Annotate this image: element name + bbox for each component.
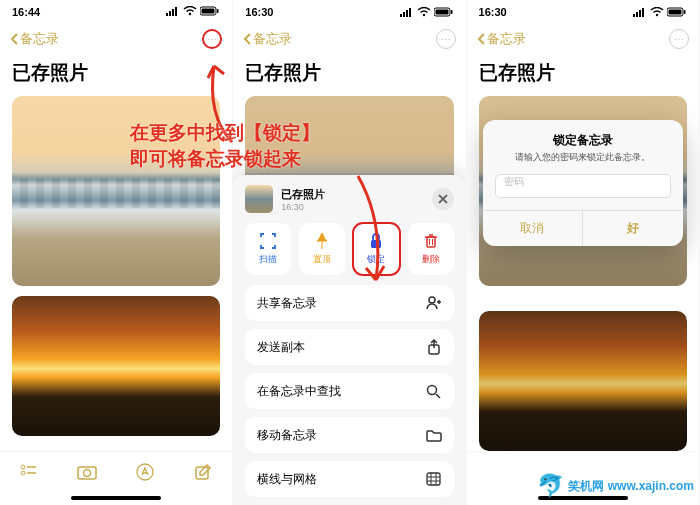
ok-button[interactable]: 好 (582, 211, 683, 246)
svg-rect-15 (196, 467, 208, 479)
svg-point-13 (84, 469, 91, 476)
phone-screen-1: 16:44 备忘录 ⋯ 已存照片 (0, 0, 233, 505)
svg-rect-0 (166, 13, 168, 16)
person-add-icon (426, 295, 442, 311)
password-input[interactable]: 密码 (495, 174, 671, 198)
grid-icon (426, 471, 442, 487)
back-label: 备忘录 (20, 30, 59, 48)
svg-point-8 (21, 465, 25, 469)
dialog-title: 锁定备忘录 (483, 120, 683, 151)
close-icon (438, 194, 448, 204)
signal-icon (166, 6, 180, 18)
annotation-line-1: 在更多中找到【锁定】 (130, 120, 370, 146)
scan-label: 扫描 (259, 253, 277, 266)
dialog-buttons: 取消 好 (483, 210, 683, 246)
svg-rect-25 (427, 237, 435, 247)
move-label: 移动备忘录 (257, 427, 317, 444)
status-indicators (166, 6, 220, 18)
bottom-toolbar (0, 451, 232, 491)
battery-icon (200, 6, 220, 18)
svg-point-26 (429, 297, 435, 303)
watermark: 🐬 笑机网 www.xajin.com (537, 473, 694, 499)
find-label: 在备忘录中查找 (257, 383, 341, 400)
note-thumbnail (245, 185, 273, 213)
annotation-text: 在更多中找到【锁定】 即可将备忘录锁起来 (130, 120, 370, 171)
svg-point-28 (428, 385, 437, 394)
scan-button[interactable]: 扫描 (245, 223, 291, 275)
lines-grid-row[interactable]: 横线与网格 (245, 461, 453, 497)
svg-point-4 (189, 13, 191, 15)
phone-screen-3: 16:30 备忘录 ⋯ 已存照片 锁定备忘录 (467, 0, 700, 505)
checklist-icon[interactable] (18, 461, 40, 483)
svg-rect-2 (172, 9, 174, 16)
annotation-line-2: 即可将备忘录锁起来 (130, 146, 370, 172)
search-icon (426, 383, 442, 399)
share-row[interactable]: 共享备忘录 (245, 285, 453, 321)
home-indicator (0, 491, 232, 505)
photo-sunset[interactable] (12, 296, 220, 436)
close-button[interactable] (432, 188, 454, 210)
dialog-message: 请输入您的密码来锁定此备忘录。 (483, 151, 683, 174)
camera-icon[interactable] (76, 461, 98, 483)
dolphin-icon: 🐬 (537, 473, 564, 499)
dialog-backdrop[interactable]: 锁定备忘录 请输入您的密码来锁定此备忘录。 密码 取消 好 (467, 0, 699, 505)
share-icon (426, 339, 442, 355)
pin-button[interactable]: 置顶 (299, 223, 345, 275)
send-label: 发送副本 (257, 339, 305, 356)
svg-rect-1 (169, 11, 171, 16)
svg-point-10 (21, 471, 25, 475)
pin-label: 置顶 (313, 253, 331, 266)
annotation-arrow-2 (348, 172, 388, 288)
chevron-left-icon (10, 33, 18, 45)
nav-bar: 备忘录 ⋯ (0, 24, 232, 54)
sheet-title: 已存照片 (281, 187, 325, 202)
trash-icon (422, 232, 440, 250)
watermark-text: 笑机网 www.xajin.com (568, 478, 694, 495)
svg-rect-3 (175, 7, 177, 16)
compose-icon[interactable] (192, 461, 214, 483)
lines-label: 横线与网格 (257, 471, 317, 488)
wifi-icon (183, 6, 197, 18)
scan-icon (259, 232, 277, 250)
more-button[interactable]: ⋯ (202, 29, 222, 49)
cancel-button[interactable]: 取消 (483, 211, 583, 246)
delete-button[interactable]: 删除 (408, 223, 454, 275)
delete-label: 删除 (422, 253, 440, 266)
status-time: 16:44 (12, 6, 40, 18)
pin-icon (313, 232, 331, 250)
svg-rect-7 (217, 9, 219, 13)
send-copy-row[interactable]: 发送副本 (245, 329, 453, 365)
find-row[interactable]: 在备忘录中查找 (245, 373, 453, 409)
sheet-subtitle: 16:30 (281, 202, 325, 212)
share-label: 共享备忘录 (257, 295, 317, 312)
lock-dialog: 锁定备忘录 请输入您的密码来锁定此备忘录。 密码 取消 好 (483, 120, 683, 246)
markup-icon[interactable] (134, 461, 156, 483)
move-row[interactable]: 移动备忘录 (245, 417, 453, 453)
note-title: 已存照片 (0, 54, 232, 96)
back-button[interactable]: 备忘录 (10, 30, 59, 48)
folder-icon (426, 427, 442, 443)
svg-rect-29 (427, 473, 440, 485)
status-bar: 16:44 (0, 0, 232, 24)
svg-rect-6 (202, 9, 215, 14)
